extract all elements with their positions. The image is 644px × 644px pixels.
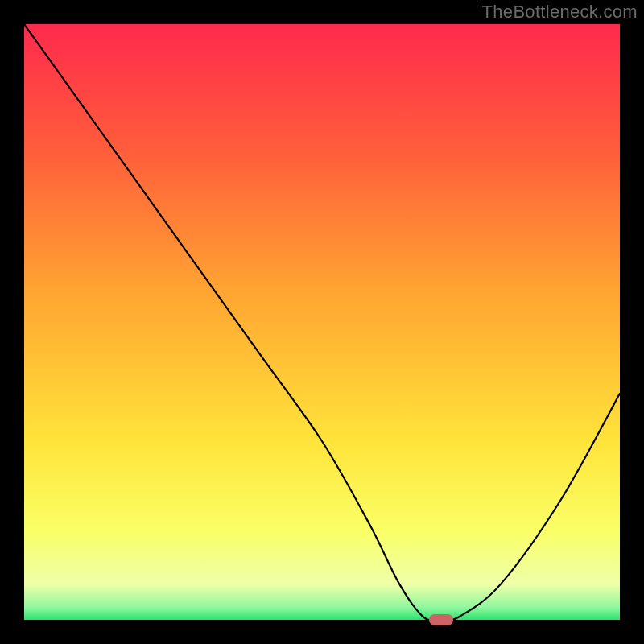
watermark-text: TheBottleneck.com [482, 2, 638, 23]
plot-area [24, 24, 620, 620]
gradient-background [24, 24, 620, 620]
chart-svg [24, 24, 620, 620]
optimum-marker-icon [429, 614, 453, 625]
chart-frame: TheBottleneck.com [0, 0, 644, 644]
